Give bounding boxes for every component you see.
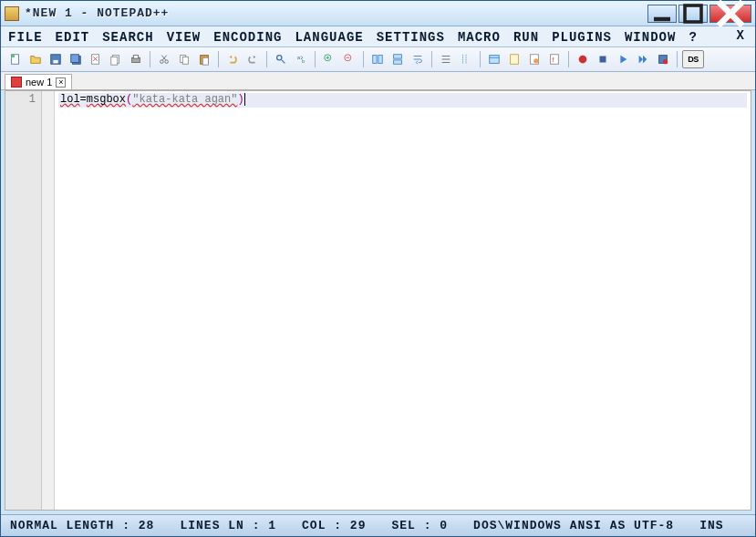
paste-icon[interactable] [195, 50, 213, 68]
svg-rect-24 [202, 57, 208, 65]
svg-point-17 [161, 60, 164, 64]
toolbar-separator [480, 51, 481, 67]
editor-area: 1 lol=msgbox("kata-kata agan") [5, 90, 751, 511]
new-file-icon[interactable] [6, 50, 25, 68]
undo-icon[interactable] [223, 50, 242, 68]
doc-map-icon[interactable] [505, 50, 523, 68]
menubar: FILE EDIT SEARCH VIEW ENCODING LANGUAGE … [1, 26, 755, 47]
maximize-button[interactable] [678, 5, 708, 23]
menu-help[interactable]: ? [689, 30, 697, 45]
code-line: lol=msgbox("kata-kata agan") [58, 93, 747, 108]
window-controls [647, 5, 751, 23]
stop-macro-icon[interactable] [594, 50, 612, 68]
menu-settings[interactable]: SETTINGS [377, 30, 445, 45]
svg-rect-45 [511, 55, 519, 65]
tab-close-icon[interactable]: × [56, 77, 66, 88]
svg-point-18 [165, 60, 169, 64]
play-multi-icon[interactable] [634, 50, 652, 68]
line-number-gutter: 1 [5, 91, 42, 510]
code-editor[interactable]: lol=msgbox("kata-kata agan") [55, 91, 751, 510]
svg-rect-16 [133, 56, 138, 59]
play-macro-icon[interactable] [614, 50, 632, 68]
status-sel: SEL : 0 [391, 519, 448, 532]
toolbar-separator [315, 51, 316, 67]
doc-list-icon[interactable] [525, 50, 544, 68]
close-doc-x[interactable]: X [737, 28, 744, 43]
save-icon[interactable] [47, 50, 65, 68]
save-macro-icon[interactable] [654, 50, 672, 68]
menu-language[interactable]: LANGUAGE [295, 30, 363, 45]
tab-label: new 1 [26, 77, 52, 88]
toolbar-separator [150, 51, 150, 67]
status-length: NORMAL LENGTH : 28 [10, 519, 154, 532]
svg-rect-9 [71, 55, 79, 63]
indent-guide-icon[interactable] [457, 50, 475, 68]
function-list-icon[interactable]: f [545, 50, 564, 68]
svg-rect-34 [373, 56, 377, 64]
zoom-in-icon[interactable] [320, 50, 338, 68]
toolbar-separator [363, 51, 364, 67]
svg-rect-7 [53, 60, 57, 64]
svg-point-50 [579, 56, 587, 64]
sync-h-icon[interactable] [388, 50, 407, 68]
close-all-icon[interactable] [107, 50, 125, 68]
svg-rect-22 [182, 57, 188, 64]
save-all-icon[interactable] [67, 50, 85, 68]
menu-view[interactable]: VIEW [167, 30, 202, 45]
svg-rect-36 [394, 55, 402, 58]
toolbar-separator [218, 51, 219, 67]
toolbar-separator [677, 51, 678, 67]
svg-rect-35 [378, 56, 382, 64]
replace-icon[interactable]: ab [292, 50, 310, 68]
redo-icon[interactable] [243, 50, 262, 68]
tabbar: new 1 × [1, 72, 755, 90]
svg-rect-37 [394, 60, 402, 64]
svg-point-25 [277, 56, 282, 60]
tab-new-1[interactable]: new 1 × [5, 74, 72, 89]
titlebar[interactable]: *NEW 1 - NOTEPAD++ [1, 1, 755, 26]
svg-text:a: a [297, 54, 301, 60]
menu-encoding[interactable]: ENCODING [213, 30, 282, 45]
show-all-icon[interactable] [437, 50, 455, 68]
unsaved-indicator-icon [11, 77, 22, 88]
toolbar: ab f DS [1, 47, 755, 72]
minimize-button[interactable] [647, 5, 677, 23]
text-cursor [244, 93, 245, 106]
close-file-icon[interactable] [87, 50, 105, 68]
menu-edit[interactable]: EDIT [56, 30, 90, 45]
print-icon[interactable] [127, 50, 145, 68]
svg-point-5 [12, 55, 16, 58]
app-icon [5, 6, 19, 21]
svg-line-26 [282, 60, 285, 64]
find-icon[interactable] [272, 50, 290, 68]
menu-macro[interactable]: MACRO [458, 30, 501, 45]
copy-icon[interactable] [175, 50, 193, 68]
sync-v-icon[interactable] [368, 50, 387, 68]
svg-line-20 [161, 56, 165, 60]
user-lang-icon[interactable] [485, 50, 503, 68]
menu-window[interactable]: WINDOW [625, 30, 676, 45]
svg-rect-43 [490, 56, 500, 64]
app-window: *NEW 1 - NOTEPAD++ FILE EDIT SEARCH VIEW… [0, 0, 756, 537]
line-number: 1 [7, 93, 36, 106]
status-encoding: DOS\WINDOWS ANSI AS UTF-8 [473, 519, 674, 532]
svg-rect-51 [600, 57, 606, 63]
cut-icon[interactable] [155, 50, 173, 68]
close-button[interactable] [709, 5, 751, 23]
menu-run[interactable]: RUN [513, 30, 539, 45]
open-file-icon[interactable] [26, 50, 45, 68]
zoom-out-icon[interactable] [340, 50, 358, 68]
status-col: COL : 29 [302, 519, 366, 532]
status-ins: INS [699, 519, 723, 532]
record-macro-icon[interactable] [574, 50, 592, 68]
dspellcheck-icon[interactable]: DS [682, 50, 704, 68]
svg-rect-14 [111, 57, 118, 65]
menu-search[interactable]: SEARCH [102, 30, 153, 45]
svg-text:f: f [552, 57, 554, 63]
menu-plugins[interactable]: PLUGINS [552, 30, 612, 45]
svg-text:b: b [302, 57, 306, 64]
window-title: *NEW 1 - NOTEPAD++ [25, 6, 647, 20]
toolbar-separator [266, 51, 267, 67]
menu-file[interactable]: FILE [8, 30, 43, 45]
wordwrap-icon[interactable] [409, 50, 427, 68]
